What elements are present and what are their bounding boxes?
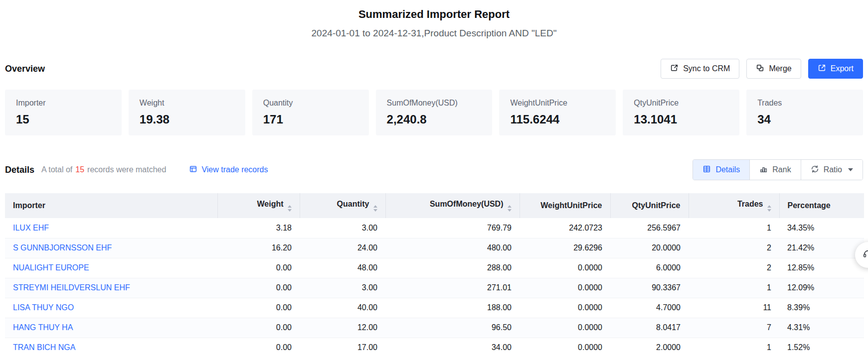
card-value: 15 [16,113,111,126]
cell-wup: 0.0000 [520,318,610,338]
cell-wup: 29.6296 [520,238,610,258]
sort-carets-icon[interactable] [508,205,512,212]
cell-weight: 0.00 [217,278,300,298]
view-trade-records-label: View trade records [201,165,268,174]
cell-importer: STREYMI HEILDVERSLUN EHF [5,278,217,298]
cell-trades: 2 [689,238,779,258]
table-row: NUALIGHT EUROPE0.0048.00288.000.00006.00… [5,258,864,278]
column-label: Weight [257,200,283,208]
column-label: SumOfMoney(USD) [430,200,504,208]
details-table-wrap: ImporterWeightQuantitySumOfMoney(USD)Wei… [5,193,863,356]
cell-weight: 3.18 [217,218,300,238]
importer-link[interactable]: NUALIGHT EUROPE [13,263,89,272]
merge-button[interactable]: Merge [746,59,801,79]
cell-qup: 2.0000 [610,338,689,356]
cell-quantity: 12.00 [300,318,385,338]
cell-wup: 0.0000 [520,278,610,298]
cell-sum: 34.00 [385,338,520,356]
view-mode-segmented-control: Details Rank Ratio [693,159,863,180]
page-title: Summarized Importer Report [5,8,863,21]
export-icon [818,64,826,74]
column-header-wup: WeightUnitPrice [520,193,610,218]
importer-link[interactable]: S GUNNBJORNSSON EHF [13,243,112,252]
overview-card-sumofmoney-usd-: SumOfMoney(USD)2,240.8 [376,90,493,135]
cell-importer: ILUX EHF [5,218,217,238]
export-button[interactable]: Export [808,59,863,79]
cell-weight: 0.00 [217,258,300,278]
column-header-quantity[interactable]: Quantity [300,193,385,218]
card-value: 34 [757,113,852,126]
headset-icon [863,248,868,261]
cell-sum: 96.50 [385,318,520,338]
importer-link[interactable]: ILUX EHF [13,224,49,232]
column-label: Percentage [788,201,831,210]
column-label: WeightUnitPrice [540,201,602,210]
card-label: Quantity [263,99,358,108]
importer-link[interactable]: LISA THUY NGO [13,303,74,312]
tab-rank[interactable]: Rank [749,160,800,180]
matched-prefix: A total of [41,165,72,174]
cell-trades: 7 [689,318,779,338]
cell-sum: 480.00 [385,238,520,258]
tab-details[interactable]: Details [693,160,749,180]
cell-wup: 0.0000 [520,338,610,356]
overview-card-trades: Trades34 [746,90,863,135]
card-label: WeightUnitPrice [510,99,605,108]
cell-sum: 288.00 [385,258,520,278]
cell-pct: 8.39% [779,298,864,318]
chevron-down-icon [848,168,853,171]
cell-sum: 271.01 [385,278,520,298]
cell-quantity: 3.00 [300,218,385,238]
importer-link[interactable]: TRAN BICH NGA [13,343,75,352]
cell-qup: 4.7000 [610,298,689,318]
sync-to-crm-button[interactable]: Sync to CRM [661,59,739,79]
table-row: LISA THUY NGO0.0040.00188.000.00004.7000… [5,298,864,318]
card-label: Trades [757,99,852,108]
card-value: 115.6244 [510,113,605,126]
overview-card-importer: Importer15 [5,90,122,135]
report-page: Summarized Importer Report 2024-01-01 to… [0,8,868,356]
cell-qup: 8.0417 [610,318,689,338]
cell-importer: NUALIGHT EUROPE [5,258,217,278]
cell-quantity: 48.00 [300,258,385,278]
cell-wup: 0.0000 [520,258,610,278]
details-section-label: Details [5,165,34,175]
matched-count: 15 [75,165,84,174]
overview-cards: Importer15Weight19.38Quantity171SumOfMon… [5,90,863,135]
column-label: QtyUnitPrice [632,201,681,210]
importer-link[interactable]: HANG THUY HA [13,323,73,332]
sort-carets-icon[interactable] [373,205,377,212]
view-trade-records-link[interactable]: View trade records [189,165,268,175]
column-header-weight[interactable]: Weight [217,193,300,218]
overview-card-qtyunitprice: QtyUnitPrice13.1041 [623,90,739,135]
sort-carets-icon[interactable] [288,205,292,212]
cell-wup: 0.0000 [520,298,610,318]
overview-section-label: Overview [5,64,45,74]
table-row: TRAN BICH NGA0.0017.0034.000.00002.00001… [5,338,864,356]
refresh-icon [811,165,819,175]
cell-weight: 0.00 [217,338,300,356]
cell-qup: 20.0000 [610,238,689,258]
column-label: Importer [13,201,45,210]
column-label: Quantity [337,200,369,208]
column-header-sum[interactable]: SumOfMoney(USD) [385,193,520,218]
card-value: 13.1041 [634,113,728,126]
sort-carets-icon[interactable] [767,205,771,212]
column-header-trades[interactable]: Trades [689,193,779,218]
page-subtitle: 2024-01-01 to 2024-12-31,Product Descrip… [5,28,863,39]
table-row: STREYMI HEILDVERSLUN EHF0.003.00271.010.… [5,278,864,298]
cell-importer: TRAN BICH NGA [5,338,217,356]
cell-weight: 0.00 [217,318,300,338]
tab-ratio[interactable]: Ratio [801,160,863,180]
table-body: ILUX EHF3.183.00769.79242.0723256.596713… [5,218,864,356]
grid-icon [702,165,711,175]
cell-sum: 188.00 [385,298,520,318]
details-table: ImporterWeightQuantitySumOfMoney(USD)Wei… [5,193,864,356]
table-row: ILUX EHF3.183.00769.79242.0723256.596713… [5,218,864,238]
cell-pct: 12.85% [779,258,864,278]
cell-qup: 90.3367 [610,278,689,298]
importer-link[interactable]: STREYMI HEILDVERSLUN EHF [13,283,130,292]
cell-importer: S GUNNBJORNSSON EHF [5,238,217,258]
table-row: S GUNNBJORNSSON EHF16.2024.00480.0029.62… [5,238,864,258]
matched-summary: A total of15records were matched [41,165,166,174]
